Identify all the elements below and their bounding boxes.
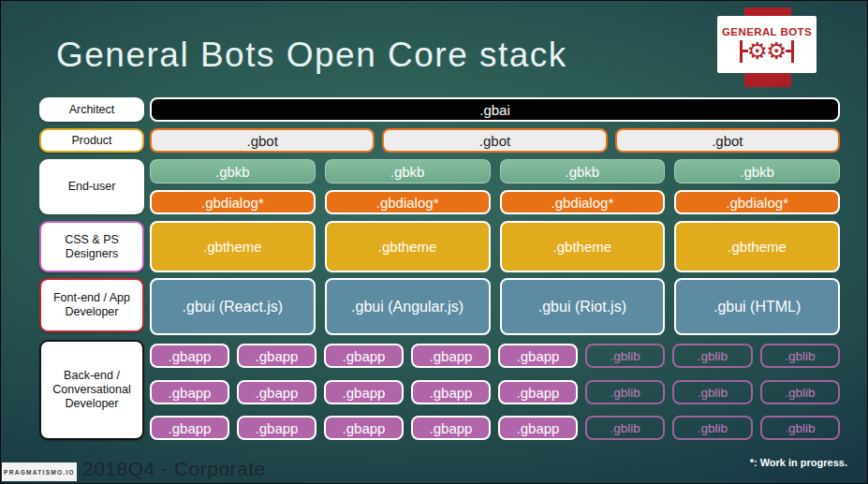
stack-box-gbui-react: .gbui (React.js): [150, 278, 316, 335]
row-gbdialog: .gbdialog* .gbdialog* .gbdialog* .gbdial…: [150, 190, 840, 214]
row-gbkb: .gbkb .gbkb .gbkb .gbkb: [150, 159, 840, 183]
stack-box-gbot: .gbot: [150, 128, 375, 153]
stack-box-gbot: .gbot: [615, 128, 840, 153]
stack-box-gblib: .gblib: [585, 380, 665, 404]
stack-box-gbapp: .gbapp: [150, 344, 229, 368]
stack-box-gbapp: .gbapp: [498, 344, 578, 368]
stack-box-gblib: .gblib: [760, 344, 840, 368]
stack-box-gbapp: .gbapp: [411, 380, 491, 404]
stack-box-gbapp: .gbapp: [411, 416, 491, 440]
page-title: General Bots Open Core stack: [56, 36, 567, 75]
slide-caption: 2018Q4 - Corporate: [82, 458, 266, 480]
stack-box-gbapp: .gbapp: [150, 380, 229, 404]
stack-box-gblib: .gblib: [585, 416, 665, 440]
stack-box-gblib: .gblib: [760, 380, 840, 404]
stack-box-gbtheme: .gbtheme: [150, 221, 316, 272]
general-bots-logo: GENERAL BOTS ⚙⚙: [717, 16, 817, 73]
pragmatismo-logo: PRAGMATISMO.IO: [2, 462, 77, 481]
stack-box-gbapp: .gbapp: [237, 344, 316, 368]
stack-box-gbtheme: .gbtheme: [500, 221, 666, 272]
stack-box-gbdialog: .gbdialog*: [325, 190, 491, 214]
role-label-css-ps-designers: CSS & PS Designers: [39, 221, 144, 272]
role-label-frontend-app-developer: Font-end / App Developer: [39, 278, 144, 332]
stack-box-gbdialog: .gbdialog*: [150, 190, 316, 214]
row-gbapp-3: .gbapp .gbapp .gbapp .gbapp .gbapp .gbli…: [150, 416, 840, 440]
role-label-product: Product: [39, 128, 144, 153]
stack-box-gbapp: .gbapp: [324, 380, 404, 404]
row-gbai: .gbai: [150, 97, 840, 122]
stack-box-gbapp: .gbapp: [498, 380, 578, 404]
stack-box-gbui-riot: .gbui (Riot.js): [500, 278, 666, 335]
stack-box-gbai: .gbai: [150, 97, 840, 122]
stack-box-gbot: .gbot: [382, 128, 607, 153]
stack-box-gblib: .gblib: [585, 344, 665, 368]
stack-box-gbdialog: .gbdialog*: [674, 190, 840, 214]
stack-box-gbtheme: .gbtheme: [325, 221, 491, 272]
stack-box-gbapp: .gbapp: [324, 416, 404, 440]
role-label-end-user: End-user: [39, 159, 144, 214]
stack-box-gbtheme: .gbtheme: [674, 221, 840, 272]
stack-box-gblib: .gblib: [672, 344, 752, 368]
stack-box-gbdialog: .gbdialog*: [500, 190, 666, 214]
stack-box-gbapp: .gbapp: [237, 380, 316, 404]
row-gbapp-1: .gbapp .gbapp .gbapp .gbapp .gbapp .gbli…: [150, 344, 840, 368]
role-label-architect: Architect: [39, 97, 144, 122]
stack-box-gbapp: .gbapp: [150, 416, 229, 440]
stack-box-gblib: .gblib: [760, 416, 840, 440]
stack-box-gbapp: .gbapp: [324, 344, 404, 368]
stack-box-gbapp: .gbapp: [237, 416, 316, 440]
stack-box-gbkb: .gbkb: [500, 159, 666, 183]
stack-box-gbui-html: .gbui (HTML): [674, 278, 840, 335]
stack-box-gbapp: .gbapp: [498, 416, 578, 440]
row-gbtheme: .gbtheme .gbtheme .gbtheme .gbtheme: [150, 221, 840, 272]
stack-box-gbapp: .gbapp: [411, 344, 491, 368]
logo-brand-text: GENERAL BOTS: [722, 26, 812, 37]
stack-box-gblib: .gblib: [672, 416, 752, 440]
row-gbui: .gbui (React.js) .gbui (Angular.js) .gbu…: [150, 278, 840, 335]
gears-icon: ⚙⚙: [740, 39, 795, 63]
stack-box-gbkb: .gbkb: [325, 159, 491, 183]
role-label-backend-conversational-developer: Back-end / Conversational Developer: [39, 340, 144, 440]
row-gbot: .gbot .gbot .gbot: [150, 128, 840, 153]
row-gbapp-2: .gbapp .gbapp .gbapp .gbapp .gbapp .gbli…: [150, 380, 840, 404]
work-in-progress-note: *: Work in progress.: [750, 457, 847, 468]
stack-box-gbkb: .gbkb: [150, 159, 316, 183]
stack-box-gblib: .gblib: [672, 380, 752, 404]
stack-box-gbui-angular: .gbui (Angular.js): [325, 278, 491, 335]
stack-box-gbkb: .gbkb: [674, 159, 840, 183]
